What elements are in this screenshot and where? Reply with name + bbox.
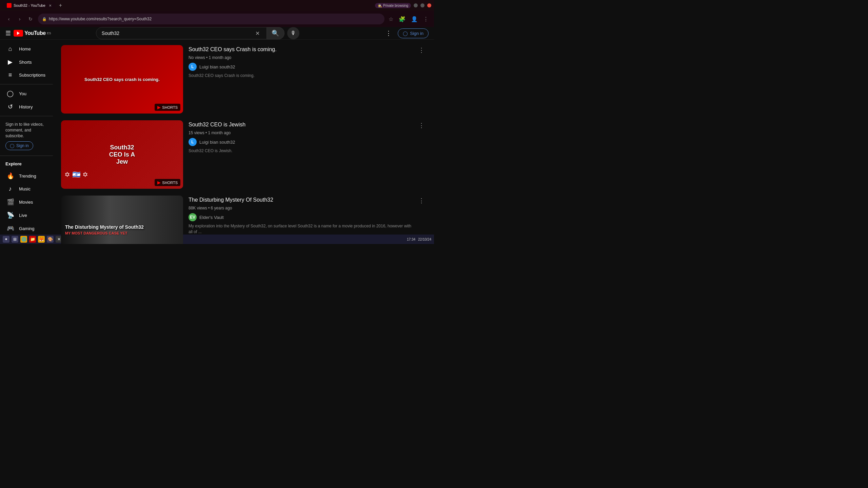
taskbar-apps-icon[interactable]: ✦: [3, 236, 9, 243]
movies-icon: 🎬: [7, 198, 14, 206]
sign-in-sidebar-icon: ◯: [10, 143, 14, 148]
sidebar-trending-label: Trending: [19, 174, 36, 179]
search-input[interactable]: [102, 30, 254, 36]
video-more-button-2[interactable]: ⋮: [417, 120, 426, 130]
sign-in-label: Sign in: [410, 31, 423, 36]
sidebar-item-movies[interactable]: 🎬 Movies: [1, 196, 52, 208]
channel-name-3[interactable]: Elder's Vault: [199, 215, 224, 220]
sidebar-music-label: Music: [19, 186, 31, 191]
channel-name-1[interactable]: Luigi bian south32: [199, 64, 235, 69]
sidebar-item-shorts[interactable]: ▶ Shorts: [1, 56, 52, 68]
sign-in-icon: ◯: [403, 31, 408, 36]
private-badge: 🕵 Private browsing: [375, 3, 411, 8]
taskbar-browser-icon[interactable]: 🌐: [20, 236, 27, 243]
sign-in-promo: Sign in to like videos, comment, and sub…: [0, 119, 53, 153]
sidebar-item-subscriptions[interactable]: ≡ Subscriptions: [1, 69, 52, 81]
thumbnail-1-label: South32 CEO says crash is coming.: [61, 45, 183, 114]
active-tab[interactable]: South32 - YouTube ✕: [3, 2, 56, 9]
tab-close-btn[interactable]: ✕: [49, 4, 52, 7]
search-input-wrapper[interactable]: ✕: [96, 27, 267, 39]
taskbar-firefox-icon[interactable]: 🦊: [38, 236, 45, 243]
video-description-3: My exploration into the Mystery of South…: [189, 223, 414, 235]
voice-search-button[interactable]: 🎙: [287, 27, 299, 39]
more-options-button[interactable]: ⋮: [383, 27, 394, 39]
shorts-badge-text-1: SHORTS: [162, 105, 178, 109]
search-results: South32 CEO says crash is coming. ▶ SHOR…: [53, 40, 434, 244]
close-button[interactable]: [427, 3, 431, 7]
video-title-2[interactable]: South32 CEO is Jewish: [189, 121, 414, 128]
video-info-2: South32 CEO is Jewish 15 views • 1 month…: [189, 120, 414, 189]
sidebar-divider-1: [0, 84, 53, 84]
browser-navbar: ‹ › ↻ 🔒 https://www.youtube.com/results?…: [0, 11, 434, 27]
video-time-1: 1 month ago: [209, 55, 232, 60]
taskbar-time: 17:34: [407, 238, 415, 241]
taskbar-files-icon[interactable]: 📁: [29, 236, 36, 243]
forward-button[interactable]: ›: [15, 14, 24, 24]
video-views-1: No views: [189, 55, 205, 60]
reload-button[interactable]: ↻: [26, 14, 35, 24]
sign-in-sidebar-button[interactable]: ◯ Sign in: [5, 141, 33, 150]
search-clear-button[interactable]: ✕: [254, 30, 261, 37]
sign-in-header-button[interactable]: ◯ Sign in: [398, 28, 429, 38]
sidebar-item-you[interactable]: ◯ You: [1, 87, 52, 100]
live-icon: 📡: [7, 211, 14, 219]
header-right-section: ⋮ ◯ Sign in: [383, 27, 429, 39]
history-icon: ↺: [7, 103, 14, 110]
new-tab-button[interactable]: +: [57, 2, 64, 9]
sidebar-item-history[interactable]: ↺ History: [1, 100, 52, 113]
video-title-3[interactable]: The Disturbing Mystery Of South32: [189, 196, 414, 204]
gaming-icon: 🎮: [7, 225, 14, 232]
youtube-header: ☰ YouTubeES ✕ 🔍 🎙 ⋮ ◯ Sign in: [0, 27, 434, 40]
main-layout: ⌂ Home ▶ Shorts ≡ Subscriptions ◯ You ↺ …: [0, 40, 434, 244]
thumbnail-1[interactable]: South32 CEO says crash is coming. ▶ SHOR…: [61, 45, 183, 114]
youtube-logo-icon: [14, 30, 23, 37]
taskbar-right-section: 17:34 22/10/24: [407, 238, 431, 241]
shorts-badge-text-2: SHORTS: [162, 181, 178, 185]
sidebar-item-music[interactable]: ♪ Music: [1, 183, 52, 195]
maximize-button[interactable]: [420, 3, 425, 7]
sidebar-item-trending[interactable]: 🔥 Trending: [1, 169, 52, 182]
taskbar-grid-icon[interactable]: ⊞: [12, 236, 18, 243]
video-time-3: 6 years ago: [211, 206, 232, 210]
shorts-badge-icon-2: ▶: [157, 180, 161, 185]
video-card-1: South32 CEO says crash is coming. ▶ SHOR…: [61, 45, 426, 114]
video-card-2: South32CEO Is AJew ✡ 🇮🇱 ✡ ▶ SHORTS South…: [61, 120, 426, 189]
channel-row-3: EV Elder's Vault: [189, 213, 414, 221]
back-button[interactable]: ‹: [4, 14, 14, 24]
sidebar-movies-label: Movies: [19, 200, 33, 205]
video-views-2: 15 views: [189, 130, 204, 135]
youtube-logo[interactable]: YouTubeES: [14, 30, 51, 37]
trending-icon: 🔥: [7, 172, 14, 180]
tab-bar: South32 - YouTube ✕ +: [3, 2, 373, 9]
thumbnail-3[interactable]: The Disturbing Mystery of South32 MY MOS…: [61, 196, 183, 244]
menu-button[interactable]: ☰: [5, 29, 11, 37]
taskbar-color-icon[interactable]: 🎨: [47, 236, 54, 243]
video-more-button-3[interactable]: ⋮: [417, 196, 426, 206]
private-icon: 🕵: [378, 4, 382, 7]
sidebar: ⌂ Home ▶ Shorts ≡ Subscriptions ◯ You ↺ …: [0, 40, 53, 244]
video-description-1: South32 CEO says Crash is coming.: [189, 73, 414, 79]
nav-more-button[interactable]: ⋮: [422, 15, 430, 24]
home-icon: ⌂: [7, 45, 14, 53]
sidebar-item-live[interactable]: 📡 Live: [1, 209, 52, 222]
extensions-button[interactable]: 🧩: [397, 15, 407, 24]
sidebar-item-home[interactable]: ⌂ Home: [1, 43, 52, 55]
address-bar[interactable]: 🔒 https://www.youtube.com/results?search…: [38, 14, 384, 24]
explore-section-title: Explore: [0, 159, 53, 169]
video-more-button-1[interactable]: ⋮: [417, 45, 426, 55]
channel-name-2[interactable]: Luigi bian south32: [199, 140, 235, 145]
sidebar-history-label: History: [19, 104, 33, 109]
music-icon: ♪: [7, 185, 14, 192]
lock-icon: 🔒: [42, 17, 47, 21]
channel-row-1: L Luigi bian south32: [189, 63, 414, 71]
video-title-1[interactable]: South32 CEO says Crash is coming.: [189, 46, 414, 53]
thumbnail-2[interactable]: South32CEO Is AJew ✡ 🇮🇱 ✡ ▶ SHORTS: [61, 120, 183, 189]
search-submit-button[interactable]: 🔍: [267, 27, 284, 39]
minimize-button[interactable]: [414, 3, 418, 7]
sidebar-live-label: Live: [19, 213, 27, 218]
sidebar-item-gaming[interactable]: 🎮 Gaming: [1, 222, 52, 235]
sidebar-gaming-label: Gaming: [19, 226, 35, 231]
bookmark-star-button[interactable]: ☆: [387, 15, 395, 24]
account-button[interactable]: 👤: [410, 15, 419, 24]
shorts-badge-2: ▶ SHORTS: [155, 179, 180, 186]
